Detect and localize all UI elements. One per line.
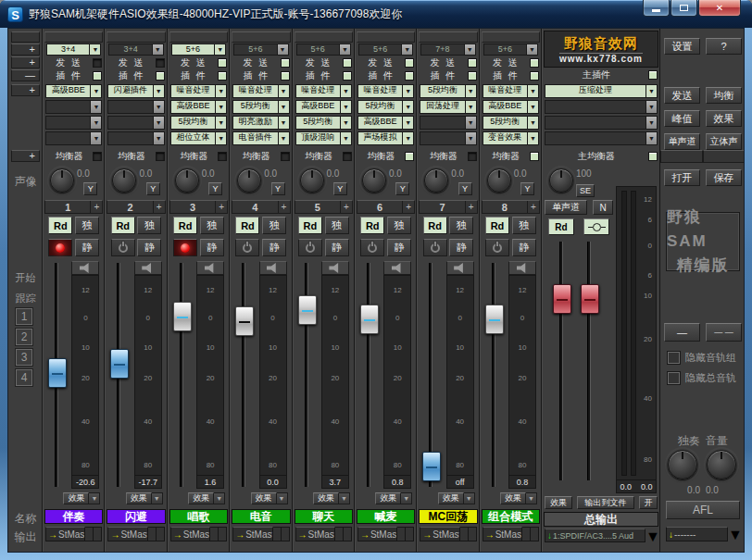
pan-y-button[interactable]: Y xyxy=(520,182,534,195)
record-button[interactable] xyxy=(235,239,259,256)
title-bar[interactable]: S 野狼SAM机架硬件ASIO效果组-48000HZ-VIP正式版-账号-136… xyxy=(0,0,752,28)
eq-indicator[interactable] xyxy=(218,152,227,161)
output-select[interactable]: →StMast xyxy=(232,527,272,541)
chevron-down-icon[interactable]: ▼ xyxy=(645,131,658,145)
chevron-down-icon[interactable]: ▼ xyxy=(277,492,288,504)
chevron-down-icon[interactable]: ▼ xyxy=(340,100,352,114)
pan-knob[interactable] xyxy=(50,168,74,193)
master-volume-knob[interactable] xyxy=(549,168,573,193)
output-option-box[interactable] xyxy=(344,527,352,541)
chevron-down-icon[interactable]: ▼ xyxy=(153,100,165,114)
chevron-down-icon[interactable]: ▼ xyxy=(464,492,475,504)
solo-button[interactable]: 独 xyxy=(449,217,473,234)
rd-button[interactable]: Rd xyxy=(485,217,509,234)
fx-slot[interactable]: 噪音处理▼ xyxy=(295,84,352,98)
output-option-box[interactable] xyxy=(531,527,539,541)
speaker-button[interactable] xyxy=(321,261,349,275)
chevron-down-icon[interactable]: ▼ xyxy=(645,84,658,98)
speaker-button[interactable] xyxy=(71,261,99,275)
pan-y-button[interactable]: Y xyxy=(395,182,409,195)
channel-add-button[interactable]: + xyxy=(402,201,414,213)
master-eq-indicator[interactable] xyxy=(648,152,658,161)
output-select[interactable]: →StMast xyxy=(107,527,147,541)
output-option-box[interactable] xyxy=(522,527,531,541)
solo-button[interactable]: 独 xyxy=(262,217,286,234)
master-fx-slot[interactable]: ▼ xyxy=(545,100,658,114)
chevron-down-icon[interactable]: ▼ xyxy=(153,131,165,145)
fx-slot[interactable]: 噪音处理▼ xyxy=(232,84,289,98)
channel-number-row[interactable]: 7 + xyxy=(419,200,477,214)
pan-knob[interactable] xyxy=(300,168,324,193)
fx-slot[interactable]: ▼ xyxy=(420,116,476,130)
master-fader-handle-right[interactable] xyxy=(581,284,599,314)
minimize-button[interactable] xyxy=(643,0,670,17)
solo-button[interactable]: 独 xyxy=(512,217,536,234)
chevron-down-icon[interactable]: ▼ xyxy=(728,527,740,541)
fx-view-button[interactable]: 效果 xyxy=(706,110,742,127)
pan-y-button[interactable]: Y xyxy=(83,182,97,195)
track-button-1[interactable]: 1 xyxy=(16,308,32,325)
chevron-down-icon[interactable]: ▼ xyxy=(645,100,658,114)
record-button[interactable] xyxy=(298,239,322,256)
send-indicator[interactable] xyxy=(156,58,165,68)
pan-knob[interactable] xyxy=(175,168,199,193)
fx-slot[interactable]: 闪避插件▼ xyxy=(107,84,164,98)
chevron-down-icon[interactable]: ▼ xyxy=(340,131,352,145)
fx-button[interactable]: 效果 xyxy=(375,492,401,504)
output-select[interactable]: →StMast xyxy=(483,527,522,541)
chevron-down-icon[interactable]: ▼ xyxy=(152,492,163,504)
chevron-down-icon[interactable]: ▼ xyxy=(278,84,290,98)
master-fx-button[interactable]: 效果 xyxy=(545,496,572,509)
fx-slot[interactable]: 5段均衡▼ xyxy=(357,100,414,114)
double-dash-button[interactable]: — — xyxy=(706,323,742,342)
record-button[interactable] xyxy=(423,239,447,256)
close-button[interactable]: ✕ xyxy=(698,0,741,17)
fx-slot[interactable]: ▼ xyxy=(107,116,164,130)
pan-knob[interactable] xyxy=(362,168,386,193)
rd-button[interactable]: Rd xyxy=(48,217,72,234)
chevron-down-icon[interactable]: ▼ xyxy=(90,116,102,130)
master-fx-slot[interactable]: 压缩处理▼ xyxy=(545,84,658,98)
mute-button[interactable]: 静 xyxy=(75,239,99,256)
plugin-indicator[interactable] xyxy=(468,71,477,81)
pan-y-button[interactable]: Y xyxy=(146,182,160,195)
chevron-down-icon[interactable]: ▼ xyxy=(215,131,227,145)
add-send-button[interactable]: + xyxy=(11,56,40,68)
output-option-box[interactable] xyxy=(85,527,94,541)
chevron-down-icon[interactable]: ▼ xyxy=(214,492,225,504)
chevron-down-icon[interactable]: ▼ xyxy=(402,84,414,98)
hide-track-group-check[interactable]: 隐藏音轨组 xyxy=(668,351,736,365)
channel-add-button[interactable]: + xyxy=(90,201,102,213)
solo-button[interactable]: 独 xyxy=(200,217,224,234)
mono-button[interactable]: 单声道 xyxy=(545,200,587,215)
fx-slot[interactable]: 5段均衡▼ xyxy=(420,84,476,98)
fx-button[interactable]: 效果 xyxy=(251,492,277,504)
output-select[interactable]: →StMast xyxy=(420,527,459,541)
fx-slot[interactable]: 顶级混响▼ xyxy=(295,131,352,145)
fx-button[interactable]: 效果 xyxy=(63,492,89,504)
output-option-box[interactable] xyxy=(335,527,344,541)
pan-y-button[interactable]: Y xyxy=(271,182,285,195)
bus-select[interactable]: 7+8 ▼ xyxy=(420,44,475,56)
eq-indicator[interactable] xyxy=(343,152,352,161)
fx-slot[interactable]: 5段均衡▼ xyxy=(170,116,227,130)
fx-slot[interactable]: 5段均衡▼ xyxy=(483,116,539,130)
master-plugin-indicator[interactable] xyxy=(648,70,658,80)
speaker-button[interactable] xyxy=(196,261,224,275)
output-option-box[interactable] xyxy=(219,527,227,541)
fx-button[interactable]: 效果 xyxy=(500,492,526,504)
pan-y-button[interactable]: Y xyxy=(458,182,472,195)
fader-handle[interactable] xyxy=(298,295,317,325)
mono-view-button[interactable]: 单声道 xyxy=(664,133,700,150)
fader-handle[interactable] xyxy=(485,305,504,334)
mute-button[interactable]: 静 xyxy=(137,239,161,256)
chevron-down-icon[interactable]: ▼ xyxy=(215,100,227,114)
chevron-down-icon[interactable]: ▼ xyxy=(465,131,477,145)
channel-add-button[interactable]: + xyxy=(340,201,352,213)
record-button[interactable] xyxy=(173,239,197,256)
channel-number-row[interactable]: 1 + xyxy=(44,200,103,214)
add-fx-button[interactable]: + xyxy=(11,84,40,96)
master-link-button[interactable] xyxy=(583,218,609,235)
settings-button[interactable]: 设置 xyxy=(664,38,700,55)
pan-knob[interactable] xyxy=(424,168,448,193)
